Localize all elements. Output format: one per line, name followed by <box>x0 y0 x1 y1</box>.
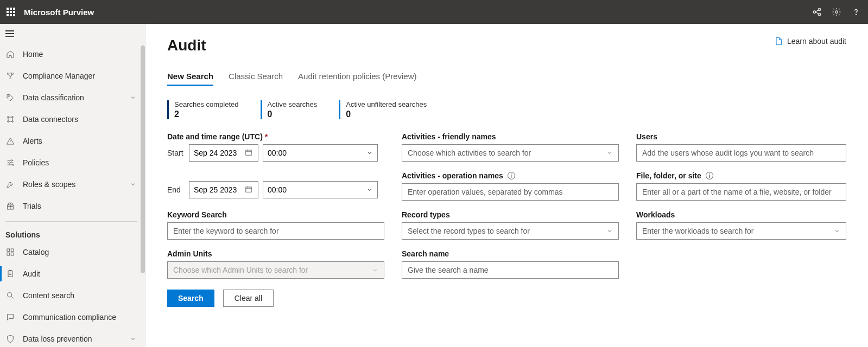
record-types-select[interactable]: Select the record types to search for <box>402 222 619 240</box>
learn-about-link[interactable]: Learn about audit <box>774 37 846 46</box>
clipboard-icon <box>5 269 15 279</box>
stat-active-searches: Active searches 0 <box>261 100 318 119</box>
admin-units-select: Choose which Admin Units to search for <box>167 261 384 279</box>
search-name-input[interactable] <box>402 261 619 279</box>
users-input[interactable] <box>636 144 846 162</box>
chat-icon <box>5 312 15 322</box>
sidebar-item-compliance-manager[interactable]: Compliance Manager <box>0 65 143 87</box>
stats-row: Searches completed 2 Active searches 0 A… <box>167 100 846 119</box>
label-search-name: Search name <box>402 249 619 258</box>
label-users: Users <box>636 132 846 141</box>
sidebar-item-label: Compliance Manager <box>23 72 95 80</box>
sidebar-item-label: Trials <box>23 202 41 210</box>
sidebar-item-policies[interactable]: Policies <box>0 152 143 174</box>
sidebar-collapse-button[interactable] <box>0 24 145 43</box>
chevron-down-icon <box>372 267 378 273</box>
help-icon[interactable] <box>851 7 861 17</box>
activities-op-input[interactable] <box>402 183 619 201</box>
sidebar-heading-solutions: Solutions <box>0 226 143 241</box>
document-icon <box>774 37 783 46</box>
main-header: Audit Learn about audit <box>167 37 846 54</box>
sidebar-item-alerts[interactable]: Alerts <box>0 130 143 152</box>
activities-friendly-select[interactable]: Choose which activities to search for <box>402 144 619 162</box>
wrench-icon <box>5 179 15 189</box>
svg-point-10 <box>11 160 12 162</box>
sliders-icon <box>5 158 15 168</box>
col-activities: Activities - friendly names Choose which… <box>402 132 619 201</box>
sidebar-item-content-search[interactable]: Content search <box>0 285 143 306</box>
sidebar-item-communication-compliance[interactable]: Communication compliance <box>0 306 143 328</box>
sidebar-item-catalog[interactable]: Catalog <box>0 241 143 263</box>
svg-point-4 <box>856 14 856 15</box>
main-content: Audit Learn about audit New Search Class… <box>145 24 868 347</box>
svg-point-6 <box>8 117 9 118</box>
share-icon[interactable] <box>812 7 822 17</box>
start-date-picker[interactable]: Sep 24 2023 <box>189 144 258 162</box>
tab-new-search[interactable]: New Search <box>167 67 213 85</box>
sidebar-nav: Home Compliance Manager Data classificat… <box>0 43 145 347</box>
search-button[interactable]: Search <box>167 290 214 307</box>
connector-icon <box>5 114 15 124</box>
info-icon[interactable]: i <box>706 172 713 179</box>
clear-all-button[interactable]: Clear all <box>223 290 274 307</box>
sidebar-item-trials[interactable]: Trials <box>0 195 143 217</box>
start-row: Start Sep 24 2023 00:00 <box>167 144 384 162</box>
svg-rect-20 <box>246 150 252 155</box>
tab-retention-policies[interactable]: Audit retention policies (Preview) <box>298 67 416 85</box>
sidebar-item-audit[interactable]: Audit <box>0 263 143 285</box>
settings-icon[interactable] <box>831 7 842 17</box>
label-admin-units: Admin Units <box>167 249 384 258</box>
chevron-down-icon <box>366 150 373 156</box>
end-date-picker[interactable]: Sep 25 2023 <box>189 181 258 198</box>
keyword-input[interactable] <box>167 222 384 240</box>
stat-searches-completed: Searches completed 2 <box>167 100 239 119</box>
sidebar-item-data-classification[interactable]: Data classification <box>0 87 143 108</box>
home-icon <box>5 49 15 59</box>
sidebar-item-label: Data classification <box>23 93 84 102</box>
sidebar-item-label: Audit <box>23 269 40 278</box>
chevron-down-icon <box>366 187 373 193</box>
sidebar-item-home[interactable]: Home <box>0 43 143 65</box>
col-dates: Date and time range (UTC) * Start Sep 24… <box>167 132 384 201</box>
product-title: Microsoft Purview <box>24 8 94 17</box>
calendar-icon <box>245 185 254 194</box>
page-title: Audit <box>167 37 206 54</box>
stat-active-unfiltered: Active unfiltered searches 0 <box>339 100 427 119</box>
calendar-icon <box>245 149 254 157</box>
sidebar-item-label: Data loss prevention <box>23 335 92 343</box>
col-workloads: Workloads Enter the workloads to search … <box>636 210 846 240</box>
tag-icon <box>5 93 15 102</box>
label-file: File, folder, or site i <box>636 171 846 180</box>
label-activities-op: Activities - operation names i <box>402 171 619 180</box>
sidebar-item-data-loss-prevention[interactable]: Data loss prevention <box>0 328 143 347</box>
svg-rect-16 <box>7 253 10 255</box>
start-time-picker[interactable]: 00:00 <box>263 144 378 162</box>
stat-label: Active searches <box>268 100 318 108</box>
topbar-left: Microsoft Purview <box>7 8 94 17</box>
sidebar-item-label: Catalog <box>23 248 49 256</box>
col-keyword: Keyword Search <box>167 210 384 240</box>
stat-value: 2 <box>174 110 239 119</box>
sidebar-item-data-connectors[interactable]: Data connectors <box>0 108 143 130</box>
info-icon[interactable]: i <box>508 172 515 179</box>
chevron-down-icon <box>834 228 840 234</box>
app-launcher-icon[interactable] <box>7 8 15 16</box>
tab-classic-search[interactable]: Classic Search <box>229 67 283 85</box>
label-date-range: Date and time range (UTC) * <box>167 132 384 141</box>
svg-point-1 <box>818 8 821 11</box>
sidebar-item-label: Policies <box>23 158 49 167</box>
form-actions: Search Clear all <box>167 290 846 307</box>
sidebar-item-label: Communication compliance <box>23 313 116 322</box>
end-time-picker[interactable]: 00:00 <box>263 181 378 198</box>
sidebar-item-roles-scopes[interactable]: Roles & scopes <box>0 174 143 195</box>
svg-point-19 <box>8 293 12 297</box>
chevron-down-icon <box>130 336 136 342</box>
sidebar-separator <box>5 221 137 222</box>
workloads-select[interactable]: Enter the workloads to search for <box>636 222 846 240</box>
label-activities-friendly: Activities - friendly names <box>402 132 619 141</box>
required-asterisk: * <box>265 132 268 141</box>
stat-label: Searches completed <box>174 100 239 108</box>
sidebar-scrollbar[interactable] <box>141 46 145 273</box>
file-input[interactable] <box>636 183 846 201</box>
topbar-right <box>812 7 861 17</box>
